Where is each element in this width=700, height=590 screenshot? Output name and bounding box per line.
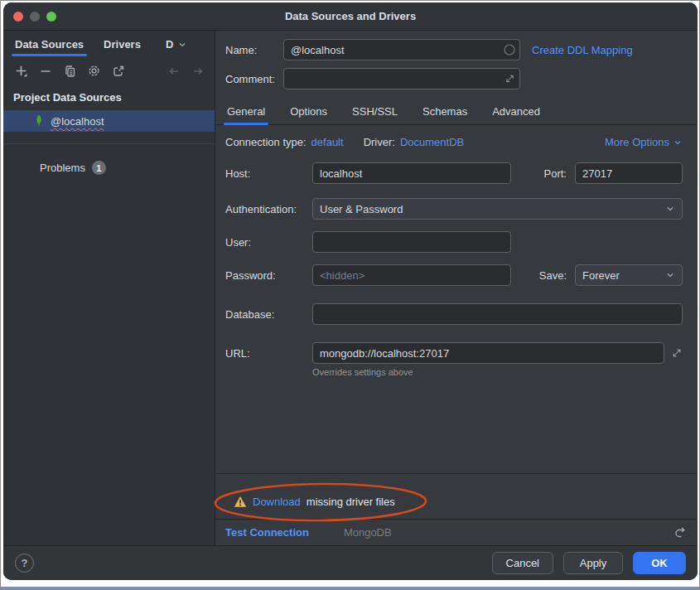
tab-ddl-label: D [166, 38, 173, 51]
tab-schemas[interactable]: Schemas [421, 100, 469, 124]
sidebar-tabs: Data Sources Drivers D [3, 31, 215, 56]
driver-value-link[interactable]: DocumentDB [400, 136, 464, 148]
password-input[interactable] [313, 265, 510, 285]
connection-type-value[interactable]: default [311, 136, 344, 148]
title-bar: Data Sources and Drivers [3, 2, 698, 31]
sidebar: Data Sources Drivers D [3, 31, 215, 545]
port-input-box [575, 162, 683, 184]
user-input[interactable] [313, 232, 510, 252]
sidebar-divider [3, 143, 215, 144]
warning-text: missing driver files [307, 496, 395, 508]
more-options-label: More Options [605, 136, 669, 148]
warning-triangle-icon [234, 496, 247, 508]
authentication-select[interactable]: User & Password [312, 198, 683, 220]
authentication-row: Authentication: User & Password [215, 198, 698, 220]
tab-options[interactable]: Options [288, 100, 329, 124]
driver-name-text: MongoDB [344, 526, 392, 539]
tab-drivers[interactable]: Drivers [102, 38, 142, 56]
port-input[interactable] [576, 163, 682, 183]
driver-warning-row: Download missing driver files [225, 496, 395, 508]
chevron-down-icon [665, 204, 675, 214]
database-row: Database: [215, 303, 698, 325]
name-label: Name: [225, 44, 283, 56]
password-row: Password: Save: Forever [215, 264, 698, 286]
problems-count-badge: 1 [92, 161, 106, 175]
problems-label: Problems [40, 162, 85, 174]
minimize-window-button[interactable] [30, 12, 40, 22]
help-glyph: ? [22, 557, 28, 569]
connection-type-label: Connection type: [225, 136, 307, 148]
url-input-box [312, 342, 664, 364]
circle-outline-icon [504, 44, 515, 56]
tab-advanced[interactable]: Advanced [490, 100, 542, 124]
comment-label: Comment: [225, 73, 283, 85]
connection-type-row: Connection type: default Driver: Documen… [215, 136, 698, 148]
status-bar: Test Connection MongoDB [215, 519, 698, 545]
password-label: Password: [225, 269, 312, 282]
close-window-button[interactable] [13, 12, 23, 22]
host-input-box [312, 162, 511, 184]
screenshot-canvas: Data Sources and Drivers Data Sources Dr… [0, 0, 700, 590]
tab-ssh-ssl[interactable]: SSH/SSL [350, 100, 399, 124]
data-source-item-localhost[interactable]: @localhost [3, 110, 215, 132]
chevron-down-icon [665, 270, 675, 280]
tab-data-sources[interactable]: Data Sources [13, 38, 85, 56]
create-ddl-mapping-link[interactable]: Create DDL Mapping [532, 44, 633, 56]
problems-item[interactable]: Problems 1 [3, 161, 215, 175]
settings-tabs: General Options SSH/SSL Schemas Advanced [215, 100, 698, 125]
page-bottom-rule [1, 587, 699, 589]
data-source-label: @localhost [51, 115, 104, 128]
comment-input-box [283, 68, 520, 89]
host-input[interactable] [313, 163, 510, 183]
ok-button[interactable]: OK [633, 552, 686, 574]
authentication-label: Authentication: [225, 203, 312, 215]
authentication-value: User & Password [320, 203, 403, 215]
url-label: URL: [225, 347, 312, 360]
url-input[interactable] [313, 343, 664, 363]
password-input-box [312, 264, 511, 286]
save-label: Save: [539, 269, 567, 282]
host-row: Host: Port: [215, 162, 698, 184]
database-label: Database: [225, 308, 312, 321]
more-options-link[interactable]: More Options [605, 136, 683, 148]
name-input[interactable] [284, 40, 519, 60]
section-header: Project Data Sources [3, 83, 215, 107]
settings-gear-icon[interactable] [87, 64, 101, 78]
expand-icon[interactable] [671, 347, 683, 359]
help-button[interactable]: ? [15, 554, 34, 573]
data-sources-dialog: Data Sources and Drivers Data Sources Dr… [3, 2, 698, 580]
database-input[interactable] [313, 304, 682, 324]
forward-arrow-icon[interactable] [191, 65, 205, 78]
form-bottom-separator [215, 473, 698, 474]
host-label: Host: [225, 167, 312, 180]
url-row: URL: [215, 342, 698, 364]
add-icon[interactable] [14, 64, 28, 78]
expand-icon[interactable] [504, 74, 515, 85]
back-arrow-icon[interactable] [167, 65, 181, 78]
open-in-new-icon[interactable] [112, 65, 125, 78]
save-select[interactable]: Forever [575, 264, 683, 286]
chevron-down-icon [177, 40, 187, 50]
window-controls [13, 12, 56, 22]
download-driver-link[interactable]: Download [253, 496, 301, 508]
name-row: Name: Create DDL Mapping [215, 39, 698, 60]
chevron-down-icon [673, 138, 683, 148]
save-value: Forever [582, 269, 620, 282]
cancel-button[interactable]: Cancel [492, 552, 553, 574]
revert-icon[interactable] [673, 526, 686, 539]
dialog-footer: ? Cancel Apply OK [3, 545, 698, 580]
duplicate-icon[interactable] [63, 65, 76, 78]
database-input-box [312, 303, 683, 325]
comment-input[interactable] [284, 69, 519, 89]
remove-icon[interactable] [39, 65, 52, 78]
driver-label: Driver: [364, 136, 395, 148]
tab-general[interactable]: General [225, 100, 267, 124]
zoom-window-button[interactable] [46, 12, 56, 22]
tab-ddl-truncated[interactable]: D [164, 38, 189, 56]
apply-button[interactable]: Apply [563, 552, 623, 574]
test-connection-link[interactable]: Test Connection [225, 526, 309, 539]
port-label: Port: [544, 167, 567, 180]
name-input-box [283, 39, 520, 60]
main-panel: Name: Create DDL Mapping Comment: [215, 31, 698, 545]
user-input-box [312, 231, 511, 253]
